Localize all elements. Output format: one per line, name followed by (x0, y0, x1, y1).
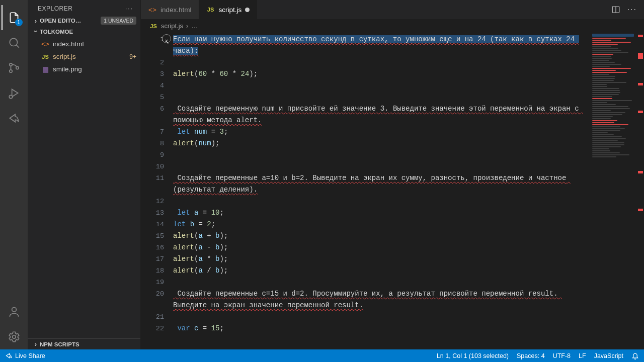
activity-liveshare[interactable] (2, 106, 27, 131)
workspace-header[interactable]: › TOLKOMOE (28, 26, 140, 37)
minimap[interactable] (589, 33, 637, 349)
status-eol[interactable]: LF (579, 352, 586, 359)
tab-index-html[interactable]: <>index.html (141, 0, 199, 19)
file-item-script-js[interactable]: JSscript.js9+ (28, 50, 140, 63)
notifications-icon[interactable] (631, 352, 639, 359)
activity-scm[interactable] (2, 55, 27, 80)
svg-point-3 (16, 66, 18, 69)
explorer-badge: 1 (15, 19, 23, 26)
tab-more-icon[interactable]: ··· (627, 5, 637, 14)
activity-explorer[interactable]: 1 (2, 5, 27, 30)
tab-bar: <>index.htmlJSscript.js ··· (141, 0, 644, 19)
file-item-smile-png[interactable]: ▦smile.png (28, 63, 140, 75)
html-icon: <> (148, 6, 157, 14)
editor-body[interactable]: ⌄ ↖ 12345678910111213141516171819202122 … (141, 33, 644, 349)
file-item-index-html[interactable]: <>index.html (28, 38, 140, 50)
sidebar-more-icon[interactable]: ··· (125, 5, 133, 12)
svg-point-1 (9, 63, 12, 66)
npm-scripts-header[interactable]: › NPM SCRIPTS (28, 338, 140, 349)
split-editor-icon[interactable] (611, 5, 620, 14)
cursor-icon: ↖ (165, 38, 169, 46)
live-share-status[interactable]: Live Share (5, 352, 45, 359)
js-icon: JS (149, 23, 158, 29)
img-icon: ▦ (41, 65, 50, 73)
status-encoding[interactable]: UTF-8 (553, 352, 571, 359)
activity-search[interactable] (2, 30, 27, 55)
chevron-right-icon: › (32, 340, 40, 348)
sidebar-title: EXPLORER (38, 5, 72, 12)
sidebar: EXPLORER ··· › OPEN EDITO… 1 UNSAVED › T… (28, 0, 141, 349)
html-icon: <> (41, 40, 50, 48)
breadcrumb[interactable]: JS script.js › … (141, 19, 644, 33)
svg-point-4 (9, 95, 13, 99)
activity-debug[interactable] (2, 80, 27, 106)
dirty-dot-icon (245, 8, 250, 12)
open-editors-header[interactable]: › OPEN EDITO… 1 UNSAVED (28, 15, 140, 26)
tab-script-js[interactable]: JSscript.js (199, 0, 258, 19)
status-language[interactable]: JavaScript (594, 352, 623, 359)
svg-point-0 (10, 38, 17, 46)
status-bar: Live Share Ln 1, Col 1 (103 selected) Sp… (0, 349, 644, 362)
overview-ruler[interactable] (637, 33, 644, 349)
chevron-right-icon: › (32, 17, 40, 25)
activity-settings[interactable] (2, 324, 27, 349)
svg-point-6 (12, 335, 16, 339)
js-icon: JS (206, 7, 215, 13)
svg-point-5 (12, 307, 16, 312)
git-badge: 9+ (129, 53, 136, 60)
js-icon: JS (41, 54, 50, 60)
svg-point-2 (9, 70, 12, 72)
chevron-down-icon: › (32, 28, 40, 36)
activity-accounts[interactable] (2, 299, 27, 324)
status-selection[interactable]: Ln 1, Col 1 (103 selected) (437, 352, 509, 359)
editor-area: <>index.htmlJSscript.js ··· JS script.js… (141, 0, 644, 349)
activity-bar: 1 (0, 0, 28, 349)
unsaved-badge: 1 UNSAVED (101, 17, 136, 25)
status-spaces[interactable]: Spaces: 4 (517, 352, 545, 359)
